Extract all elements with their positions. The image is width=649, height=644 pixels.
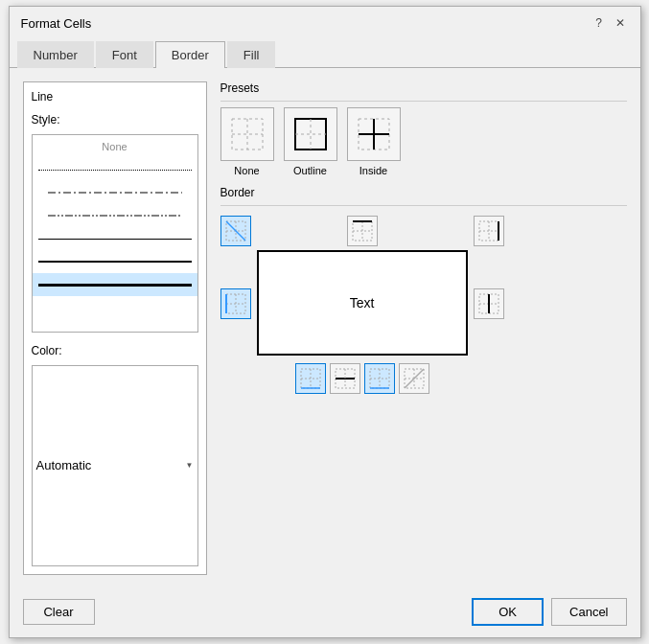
thick-line <box>38 284 192 287</box>
preset-inside-btn[interactable] <box>347 107 401 161</box>
presets-label: Presets <box>220 81 627 95</box>
dialog-footer: Clear OK Cancel <box>10 588 640 637</box>
title-bar: Format Cells ? ✕ <box>10 7 640 37</box>
style-list: None <box>32 134 198 333</box>
color-value: Automatic <box>36 458 92 472</box>
format-cells-dialog: Format Cells ? ✕ Number Font Border Fill… <box>9 6 641 638</box>
dash-dot-svg <box>48 190 182 196</box>
tab-border[interactable]: Border <box>155 41 225 68</box>
tab-font[interactable]: Font <box>96 41 153 68</box>
border-layout: Text <box>220 216 627 394</box>
dialog-title: Format Cells <box>21 16 92 31</box>
presets-section: Presets None <box>220 81 627 176</box>
border-label: Border <box>220 186 627 199</box>
thin-line <box>38 239 192 240</box>
spacer-right <box>474 250 504 285</box>
clear-button[interactable]: Clear <box>23 599 95 625</box>
tab-bar: Number Font Border Fill <box>10 41 640 68</box>
border-btn-diag-down[interactable] <box>399 363 429 394</box>
tab-number[interactable]: Number <box>17 41 94 68</box>
style-label: Style: <box>32 113 198 126</box>
preset-none[interactable]: None <box>220 107 274 176</box>
border-right-buttons <box>474 216 504 319</box>
presets-row: None Outline <box>220 107 627 176</box>
border-btn-left[interactable] <box>220 288 251 319</box>
color-row: Color: <box>32 344 198 357</box>
style-dash-dot[interactable] <box>33 181 197 204</box>
border-left-icon <box>224 292 247 315</box>
dash-dot-dot-svg <box>48 213 182 218</box>
preset-outline-label: Outline <box>293 165 327 176</box>
preset-none-svg <box>228 115 267 153</box>
style-dash-dot-dot[interactable] <box>33 204 197 227</box>
border-top-right-icon <box>477 219 500 242</box>
border-bottom-buttons <box>295 363 429 394</box>
dotted-line <box>38 170 192 171</box>
preset-none-btn[interactable] <box>220 107 274 161</box>
spacer-left <box>220 250 251 285</box>
border-diag-down-icon <box>403 367 426 390</box>
preset-outline[interactable]: Outline <box>284 107 337 176</box>
dialog-body: Line Style: None <box>10 68 640 588</box>
preset-outline-svg <box>291 115 330 153</box>
help-button[interactable]: ? <box>591 14 608 32</box>
color-dropdown[interactable]: Automatic ▼ <box>32 365 198 567</box>
left-panel: Line Style: None <box>23 81 207 575</box>
footer-right: OK Cancel <box>472 598 626 626</box>
ok-button[interactable]: OK <box>472 598 544 626</box>
preset-none-label: None <box>234 165 259 176</box>
border-btn-top-left-diag[interactable] <box>220 216 251 246</box>
border-preview[interactable]: Text <box>257 250 468 356</box>
border-left-buttons <box>220 216 251 319</box>
border-vmid-icon <box>477 292 500 315</box>
cancel-button[interactable]: Cancel <box>551 598 626 626</box>
border-section: Border <box>220 186 627 394</box>
svg-rect-5 <box>295 119 326 150</box>
border-btn-top-right[interactable] <box>474 216 504 246</box>
style-none-label: None <box>102 141 127 152</box>
style-dotted[interactable] <box>33 158 197 181</box>
border-hmid-icon <box>334 367 357 390</box>
border-btn-bottom-right[interactable] <box>364 363 395 394</box>
border-btn-bottom-left[interactable] <box>295 363 326 394</box>
right-panel: Presets None <box>220 81 627 575</box>
close-button[interactable]: ✕ <box>612 14 629 32</box>
border-btn-horizontal-mid[interactable] <box>330 363 360 394</box>
presets-divider <box>220 101 627 102</box>
style-thick[interactable] <box>33 273 197 296</box>
preset-inside-label: Inside <box>359 165 387 176</box>
preset-inside-svg <box>355 115 393 153</box>
svg-rect-2 <box>232 119 263 150</box>
border-bottom-left-icon <box>299 367 322 390</box>
color-label: Color: <box>32 344 62 357</box>
border-diag-icon <box>224 219 247 242</box>
line-section-label: Line <box>32 90 198 104</box>
title-bar-controls: ? ✕ <box>591 14 629 32</box>
style-thin[interactable] <box>33 227 197 250</box>
medium-line <box>38 261 192 263</box>
tab-fill[interactable]: Fill <box>227 41 276 68</box>
border-top-icon <box>351 219 374 242</box>
preset-inside[interactable]: Inside <box>347 107 401 176</box>
border-center: Text <box>257 216 468 394</box>
style-none[interactable]: None <box>33 135 197 158</box>
border-btn-top[interactable] <box>347 216 378 246</box>
preview-text: Text <box>350 295 375 310</box>
dropdown-arrow-icon: ▼ <box>186 461 194 470</box>
border-bottom-right-icon <box>368 367 391 390</box>
border-btn-vertical-mid[interactable] <box>474 288 504 319</box>
style-medium[interactable] <box>33 250 197 273</box>
preset-outline-btn[interactable] <box>284 107 337 161</box>
border-divider <box>220 205 627 206</box>
